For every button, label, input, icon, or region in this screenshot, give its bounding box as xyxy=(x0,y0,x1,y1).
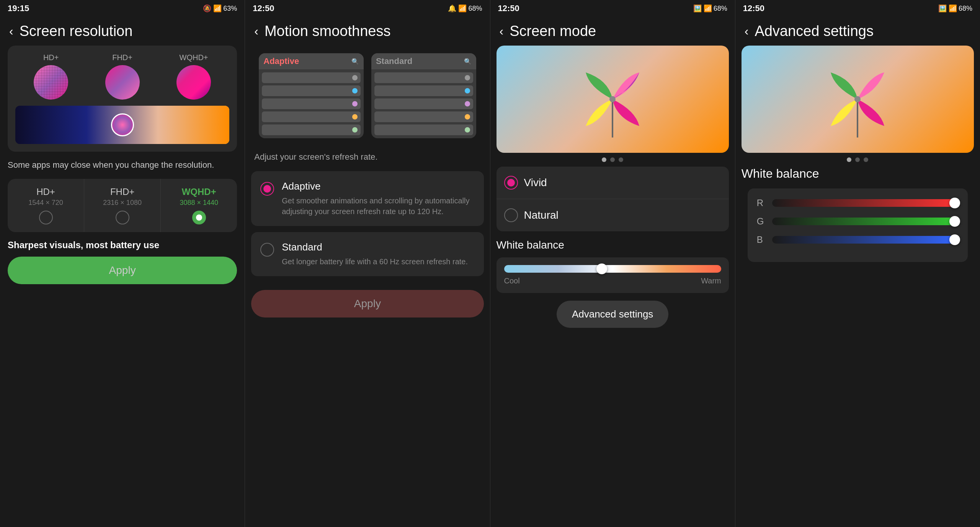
dot-ind-1 xyxy=(602,157,606,162)
pinwheel-preview-4 xyxy=(819,61,896,137)
dot-purple-a xyxy=(352,101,358,106)
back-button-4[interactable]: ‹ xyxy=(745,24,749,38)
motion-row-s5 xyxy=(374,124,473,135)
res-name-hd: HD+ xyxy=(36,187,55,197)
resolution-selector[interactable]: HD+ 1544 × 720 FHD+ 2316 × 1080 WQHD+ 30… xyxy=(8,179,237,232)
standard-option-desc: Get longer battery life with a 60 Hz scr… xyxy=(282,256,474,267)
mode-options: Vivid Natural xyxy=(497,167,729,231)
b-track[interactable] xyxy=(772,236,959,244)
radio-vivid-inner xyxy=(507,179,515,187)
adaptive-text-block: Adaptive Get smoother animations and scr… xyxy=(282,180,474,217)
page-title-3: Screen mode xyxy=(510,23,596,39)
r-track[interactable] xyxy=(772,199,959,207)
res-option-hd: HD+ xyxy=(34,53,68,100)
res-label-fhd: FHD+ xyxy=(112,53,132,62)
battery-1: 63% xyxy=(223,5,237,13)
res-circle-hd xyxy=(34,65,68,100)
radio-fhd[interactable] xyxy=(116,211,129,224)
res-circle-fhd xyxy=(105,65,140,100)
back-button-3[interactable]: ‹ xyxy=(500,24,504,38)
adaptive-mockup: Adaptive 🔍 xyxy=(259,53,364,138)
page-title-1: Screen resolution xyxy=(20,23,133,39)
res-cell-wqhd[interactable]: WQHD+ 3088 × 1440 xyxy=(161,179,237,232)
option-standard[interactable]: Standard Get longer battery life with a … xyxy=(251,232,483,276)
b-label: B xyxy=(757,234,766,245)
radio-natural[interactable] xyxy=(504,208,518,222)
option-adaptive[interactable]: Adaptive Get smoother animations and scr… xyxy=(251,171,483,226)
radio-adaptive[interactable] xyxy=(260,182,274,196)
radio-vivid[interactable] xyxy=(504,176,518,190)
screen-mode-preview xyxy=(497,46,729,153)
dot-indicators-4 xyxy=(735,153,980,167)
header-3: ‹ Screen mode xyxy=(490,17,735,46)
signal-icon-2: 🔔 📶 xyxy=(448,4,467,13)
sharpest-label: Sharpest visuals, most battery use xyxy=(8,240,237,250)
time-1: 19:15 xyxy=(8,3,29,13)
r-thumb[interactable] xyxy=(949,198,960,208)
res-circle-wqhd xyxy=(176,65,211,100)
dot-indicators-3 xyxy=(490,153,735,167)
panel4-content: White balance R G xyxy=(735,46,980,527)
apply-button-1[interactable]: Apply xyxy=(8,257,237,284)
rgb-row-g: G xyxy=(757,216,959,227)
res-option-fhd: FHD+ xyxy=(105,53,140,100)
res-dims-hd: 1544 × 720 xyxy=(28,199,63,207)
landscape-pinwheel xyxy=(111,113,134,136)
dot-green-s xyxy=(465,127,470,133)
res-label-wqhd: WQHD+ xyxy=(180,53,208,62)
rgb-sliders: R G B xyxy=(748,188,968,262)
advanced-settings-button[interactable]: Advanced settings xyxy=(557,301,668,328)
res-option-wqhd: WQHD+ xyxy=(176,53,211,100)
dot-green-a xyxy=(352,127,358,133)
back-button-1[interactable]: ‹ xyxy=(9,24,13,38)
svg-point-3 xyxy=(854,96,861,102)
wb-track[interactable] xyxy=(504,265,721,273)
res-name-wqhd: WQHD+ xyxy=(182,187,216,197)
radio-wqhd[interactable] xyxy=(192,211,206,224)
radio-standard[interactable] xyxy=(260,243,274,257)
wb-slider-container[interactable]: Cool Warm xyxy=(497,257,729,293)
battery-2: 68% xyxy=(468,5,482,13)
back-button-2[interactable]: ‹ xyxy=(254,24,258,38)
radio-inner-wqhd xyxy=(196,214,202,221)
motion-row-a4 xyxy=(262,111,361,122)
adaptive-label: Adaptive xyxy=(263,56,299,66)
search-icon-adaptive: 🔍 xyxy=(351,58,359,65)
time-3: 12:50 xyxy=(498,3,519,13)
res-row: HD+ 1544 × 720 FHD+ 2316 × 1080 WQHD+ 30… xyxy=(8,179,237,232)
res-cell-fhd[interactable]: FHD+ 2316 × 1080 xyxy=(84,179,161,232)
pinwheel-wqhd xyxy=(176,65,211,100)
standard-mockup-header: Standard 🔍 xyxy=(371,53,476,69)
wb-title-4: White balance xyxy=(742,167,974,181)
svg-point-1 xyxy=(609,96,616,102)
dot-blue-s xyxy=(465,88,470,93)
panel3-content: Vivid Natural White balance Cool Warm Ad… xyxy=(490,46,735,527)
panel1-content: HD+ FHD+ WQHD+ xyxy=(0,46,245,527)
motion-illustration: Adaptive 🔍 xyxy=(251,46,483,146)
time-4: 12:50 xyxy=(743,3,764,13)
res-cell-hd[interactable]: HD+ 1544 × 720 xyxy=(8,179,84,232)
mode-natural[interactable]: Natural xyxy=(497,199,729,231)
b-thumb[interactable] xyxy=(949,234,960,245)
standard-mockup: Standard 🔍 xyxy=(371,53,476,138)
status-bar-2: 12:50 🔔 📶 68% xyxy=(245,0,490,17)
res-dims-fhd: 2316 × 1080 xyxy=(103,199,142,207)
motion-row-a3 xyxy=(262,98,361,109)
motion-row-a2 xyxy=(262,85,361,96)
radio-hd[interactable] xyxy=(39,211,53,224)
g-thumb[interactable] xyxy=(949,216,960,227)
g-track[interactable] xyxy=(772,218,959,225)
panel-screen-resolution: 19:15 🔕 📶 63% ‹ Screen resolution HD+ xyxy=(0,0,245,527)
wb-cool-label: Cool xyxy=(504,277,520,285)
battery-4: 68% xyxy=(959,5,972,13)
apply-button-2[interactable]: Apply xyxy=(251,290,483,318)
motion-row-s1 xyxy=(374,72,473,83)
motion-row-s4 xyxy=(374,111,473,122)
adaptive-option-name: Adaptive xyxy=(282,180,474,192)
mode-vivid[interactable]: Vivid xyxy=(497,167,729,199)
wb-labels: Cool Warm xyxy=(504,277,721,285)
adjust-text: Adjust your screen's refresh rate. xyxy=(245,146,490,171)
wb-thumb[interactable] xyxy=(596,264,607,274)
adaptive-mockup-header: Adaptive 🔍 xyxy=(259,53,364,69)
dot-orange-s xyxy=(465,114,470,119)
